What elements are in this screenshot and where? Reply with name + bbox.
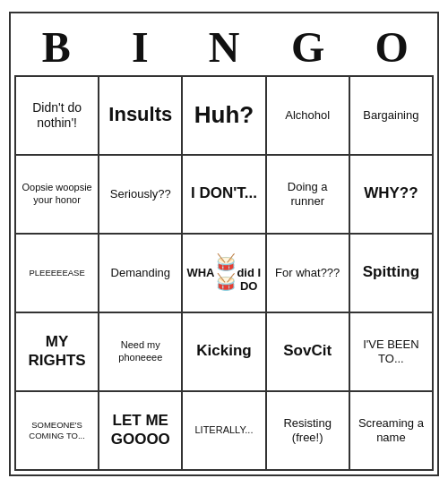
title-o: O [352, 22, 431, 72]
cell-2-2: WHA 🥁🥁did I DO [183, 235, 266, 313]
cell-3-4: I'VE BEEN TO... [350, 313, 434, 392]
cell-2-1: Demanding [99, 235, 183, 313]
cell-2-0: PLEEEEEASE [16, 235, 99, 313]
cell-0-4: Bargaining [350, 77, 434, 156]
cell-3-2: Kicking [183, 313, 266, 392]
title-n: N [185, 22, 263, 72]
cell-4-4: Screaming a name [350, 392, 434, 471]
cell-0-3: Alchohol [267, 77, 350, 156]
cell-4-0: SOMEONE'S COMING TO... [16, 392, 99, 471]
cell-1-0: Oopsie woopsie your honor [16, 156, 99, 235]
bingo-grid: Didn't do nothin'! Insults Huh? Alchohol… [14, 75, 434, 471]
cell-2-4: Spitting [350, 235, 434, 313]
cell-1-1: Seriously?? [99, 156, 183, 235]
cell-3-0: MY RIGHTS [16, 313, 99, 392]
cell-1-3: Doing a runner [267, 156, 350, 235]
cell-1-4: WHY?? [350, 156, 434, 235]
cell-3-3: SovCit [267, 313, 350, 392]
cell-1-2: I DON'T... [183, 156, 266, 235]
cell-0-1: Insults [99, 77, 183, 156]
cell-4-3: Resisting (free!) [267, 392, 350, 471]
cell-0-2: Huh? [183, 77, 266, 156]
cell-4-1: LET ME GOOOO [99, 392, 183, 471]
cell-3-1: Need my phoneeee [99, 313, 183, 392]
cell-4-2: LITERALLY... [183, 392, 266, 471]
bingo-title: B I N G O [14, 17, 434, 75]
title-i: I [100, 22, 179, 72]
bingo-card: B I N G O Didn't do nothin'! Insults Huh… [9, 12, 439, 476]
cell-2-3: For what??? [267, 235, 350, 313]
title-b: B [17, 22, 96, 72]
title-g: G [269, 22, 348, 72]
cell-0-0: Didn't do nothin'! [16, 77, 99, 156]
